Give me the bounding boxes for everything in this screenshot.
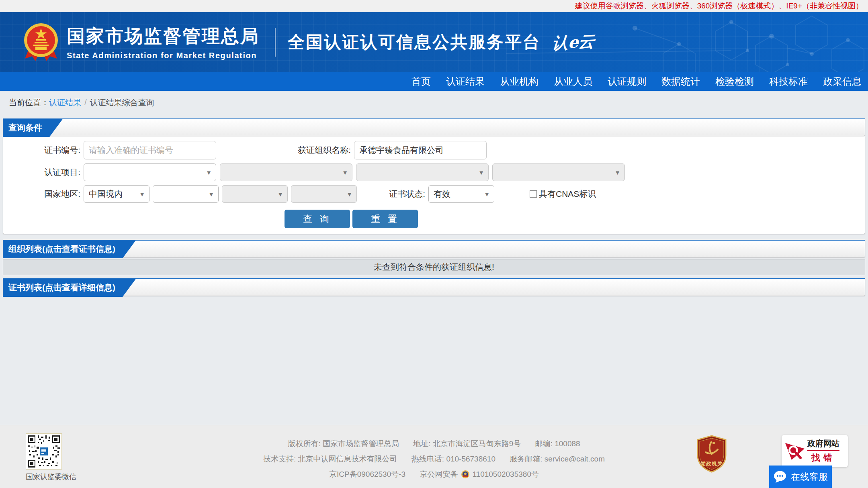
form-row-3: 国家地区: 中国境内 ▼ ▼ ▼ ▼ 证书状态: [3, 185, 865, 203]
cert-no-input[interactable] [84, 141, 216, 159]
wechat-qr-block: 国家认监委微信 [26, 433, 76, 482]
police-badge-icon [461, 470, 470, 479]
main-nav: 首页 认证结果 从业机构 从业人员 认证规则 数据统计 检验检测 科技标准 政采… [0, 72, 868, 91]
footer-police-prefix[interactable]: 京公网安备 [420, 470, 458, 478]
browser-notice-bar: 建议使用谷歌浏览器、火狐浏览器、360浏览器（极速模式）、IE9+（非兼容性视图… [0, 0, 868, 12]
project-label: 认证项目: [3, 167, 84, 178]
qr-caption: 国家认监委微信 [26, 472, 76, 482]
online-service-label: 在线客服 [791, 471, 828, 483]
agency-name-cn: 国家市场监督管理总局 [67, 24, 260, 48]
footer-text-block: 版权所有: 国家市场监督管理总局 地址: 北京市海淀区马甸东路9号 邮编: 10… [0, 425, 868, 482]
chevron-down-icon: ▼ [277, 191, 283, 198]
ren-e-yun-logo: 认e云 [551, 30, 595, 54]
cnas-filter: 具有CNAS标识 [530, 188, 596, 200]
org-name-label: 获证组织名称: [216, 145, 354, 156]
cert-list-header: 证书列表(点击查看详细信息) [3, 278, 865, 296]
reset-button[interactable]: 重 置 [352, 210, 418, 228]
status-label: 证书状态: [360, 188, 428, 200]
nav-item-practitioners[interactable]: 从业人员 [554, 75, 592, 88]
site-check-text: 政府网站 找错 [807, 438, 839, 464]
region-select-country[interactable]: 中国境内 ▼ [84, 185, 149, 203]
query-section: 查询条件 证书编号: 获证组织名称: 认证项目: ▼ ▼ [3, 118, 865, 234]
footer-address: 地址: 北京市海淀区马甸东路9号 [413, 439, 521, 448]
chevron-down-icon: ▼ [484, 191, 490, 198]
site-check-title: 政府网站 [807, 438, 839, 451]
project-select-level2: ▼ [220, 163, 352, 181]
nav-item-institutions[interactable]: 从业机构 [500, 75, 538, 88]
form-row-2: 认证项目: ▼ ▼ ▼ ▼ [3, 163, 865, 181]
chevron-down-icon: ▼ [478, 169, 484, 176]
footer-line-copyright: 版权所有: 国家市场监督管理总局 地址: 北京市海淀区马甸东路9号 邮编: 10… [0, 436, 868, 451]
nav-item-data-statistics[interactable]: 数据统计 [661, 75, 700, 88]
site-header: 国家市场监督管理总局 State Administration for Mark… [0, 12, 868, 72]
footer-tech-support: 技术支持: 北京中认网信息技术有限公司 [263, 455, 397, 463]
agency-title-block: 国家市场监督管理总局 State Administration for Mark… [67, 24, 260, 60]
search-button[interactable]: 查 询 [285, 210, 350, 228]
party-gov-badge[interactable]: 党政机关 [696, 435, 727, 473]
status-select-value: 有效 [434, 188, 450, 200]
footer-icp: 京ICP备09062530号-3 [329, 470, 405, 478]
form-buttons-row: 查 询 重 置 [3, 210, 865, 228]
nav-item-cert-results[interactable]: 认证结果 [446, 75, 485, 88]
footer: 国家认监委微信 版权所有: 国家市场监督管理总局 地址: 北京市海淀区马甸东路9… [0, 425, 868, 488]
online-service-button[interactable]: 在线客服 [769, 466, 832, 488]
query-form: 证书编号: 获证组织名称: 认证项目: ▼ ▼ ▼ [3, 136, 865, 234]
query-section-tab: 查询条件 [3, 118, 63, 137]
project-select-level1[interactable]: ▼ [84, 163, 216, 181]
chevron-down-icon: ▼ [614, 169, 620, 176]
chevron-down-icon: ▼ [342, 169, 348, 176]
org-list-section: 组织列表(点击查看证书信息) 未查到符合条件的获证组织信息! [3, 240, 865, 275]
footer-hotline: 热线电话: 010-56738610 [411, 455, 495, 463]
nav-item-procurement-info[interactable]: 政采信息 [823, 75, 862, 88]
national-emblem-icon [23, 22, 59, 62]
org-name-input[interactable] [354, 141, 487, 159]
chevron-down-icon: ▼ [208, 191, 214, 198]
project-select-level4: ▼ [492, 163, 625, 181]
svg-text:党政机关: 党政机关 [700, 461, 723, 467]
region-label: 国家地区: [3, 188, 84, 200]
breadcrumb-prefix: 当前位置： [9, 98, 49, 107]
cert-list-tab: 证书列表(点击查看详细信息) [3, 278, 136, 297]
region-select-district: ▼ [291, 185, 357, 203]
platform-title: 全国认证认可信息公共服务平台 [288, 31, 541, 53]
wechat-qr-code [26, 433, 62, 470]
nav-item-cert-rules[interactable]: 认证规则 [608, 75, 646, 88]
region-select-country-value: 中国境内 [89, 188, 123, 200]
status-select[interactable]: 有效 ▼ [428, 185, 494, 203]
footer-postcode: 邮编: 100088 [535, 439, 580, 448]
breadcrumb-separator: / [84, 98, 87, 107]
cert-list-section: 证书列表(点击查看详细信息) [3, 278, 865, 296]
chevron-down-icon: ▼ [139, 191, 145, 198]
footer-police-number[interactable]: 11010502035380号 [472, 470, 539, 478]
breadcrumb-link-cert-results[interactable]: 认证结果 [49, 98, 81, 107]
form-row-1: 证书编号: 获证组织名称: [3, 141, 865, 159]
nav-item-home[interactable]: 首页 [411, 75, 431, 88]
org-list-tab: 组织列表(点击查看证书信息) [3, 240, 136, 258]
browser-notice-text: 建议使用谷歌浏览器、火狐浏览器、360浏览器（极速模式）、IE9+（非兼容性视图… [575, 1, 863, 11]
footer-copyright: 版权所有: 国家市场监督管理总局 [288, 439, 399, 448]
qr-code-image [28, 435, 60, 468]
find-error-icon [784, 440, 806, 462]
cert-no-label: 证书编号: [3, 145, 84, 156]
chat-bubble-icon [773, 471, 787, 483]
breadcrumb: 当前位置：认证结果/认证结果综合查询 [0, 91, 868, 113]
project-select-level3: ▼ [356, 163, 489, 181]
org-list-empty-message: 未查到符合条件的获证组织信息! [3, 259, 865, 275]
chevron-down-icon: ▼ [346, 191, 352, 198]
breadcrumb-current: 认证结果综合查询 [90, 98, 154, 107]
site-check-subtitle: 找错 [807, 452, 839, 464]
agency-name-en: State Administration for Market Regulati… [67, 51, 260, 60]
cnas-checkbox[interactable] [530, 190, 537, 198]
chevron-down-icon: ▼ [206, 169, 212, 176]
nav-item-tech-standards[interactable]: 科技标准 [769, 75, 808, 88]
site-error-report-widget[interactable]: 政府网站 找错 [782, 435, 848, 467]
cnas-label: 具有CNAS标识 [539, 188, 596, 200]
nav-item-inspection[interactable]: 检验检测 [715, 75, 754, 88]
org-list-header: 组织列表(点击查看证书信息) [3, 240, 865, 257]
query-section-header: 查询条件 [3, 118, 865, 136]
footer-line-registration: 京ICP备09062530号-3 京公网安备11010502035380号 [0, 467, 868, 482]
footer-email: 服务邮箱: service@cait.com [510, 455, 605, 463]
footer-line-support: 技术支持: 北京中认网信息技术有限公司 热线电话: 010-56738610 服… [0, 451, 868, 467]
region-select-city: ▼ [222, 185, 288, 203]
region-select-province[interactable]: ▼ [153, 185, 219, 203]
